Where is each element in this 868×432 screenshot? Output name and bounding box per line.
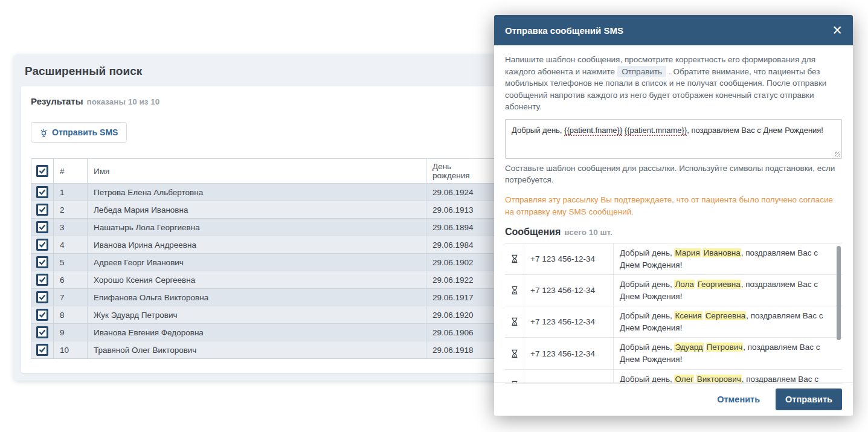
check-icon <box>39 276 46 283</box>
row-checkbox[interactable] <box>36 291 48 303</box>
row-checkbox[interactable] <box>36 256 48 268</box>
modal-body: Напишите шаблон сообщения, просмотрите к… <box>494 45 853 384</box>
messages-heading-label: Сообщения <box>505 227 561 237</box>
row-checkbox-cell <box>31 219 54 236</box>
row-birthday: 29.06.1918 <box>426 341 495 359</box>
message-row: +7 123 456-12-34 Добрый день, Мария Иван… <box>505 243 842 275</box>
check-icon <box>39 189 46 196</box>
messages-scrollbar[interactable] <box>837 246 841 340</box>
row-checkbox[interactable] <box>36 239 48 251</box>
close-icon[interactable]: × <box>832 22 842 39</box>
table-row: 9 Иванова Евгения Федоровна 29.06.1906 <box>31 324 495 341</box>
table-row: 6 Хорошо Ксения Сергеевна 29.06.1922 <box>31 271 495 289</box>
send-button[interactable]: Отправить <box>776 388 842 410</box>
message-mname-highlight: Георгиевна <box>697 280 741 289</box>
row-name: Хорошо Ксения Сергеевна <box>88 271 426 289</box>
sms-icon <box>40 128 48 137</box>
row-name: Адреев Георг Иванович <box>88 254 426 271</box>
cancel-button[interactable]: Отменить <box>717 395 760 404</box>
row-birthday: 29.06.1894 <box>426 219 495 236</box>
table-row: 5 Адреев Георг Иванович 29.06.1902 <box>31 254 495 271</box>
modal-footer: Отменить Отправить <box>494 382 853 416</box>
row-checkbox[interactable] <box>36 186 48 198</box>
page-title: Расширенный поиск <box>14 54 512 86</box>
row-birthday: 29.06.1924 <box>426 184 495 201</box>
message-phone: +7 123 456-12-34 <box>524 275 614 306</box>
row-checkbox[interactable] <box>36 221 48 233</box>
message-preview: Добрый день, Эдуард Петрович, поздравляе… <box>614 338 842 369</box>
message-preview: Добрый день, Ксения Сергеевна, поздравля… <box>614 306 842 337</box>
message-phone: +7 123 456-12-34 <box>524 338 614 369</box>
message-space <box>704 343 706 352</box>
row-name: Лебеда Мария Ивановна <box>88 201 426 219</box>
template-prefix: Добрый день, <box>512 126 564 135</box>
row-name: Травяной Олег Викторович <box>88 341 426 359</box>
table-row: 8 Жук Эдуард Петрович 29.06.1920 <box>31 306 495 324</box>
results-label: Результаты <box>31 96 83 106</box>
resize-grip-icon[interactable] <box>835 152 840 157</box>
message-template-textarea[interactable]: Добрый день, {{patient.fname}} {{patient… <box>505 119 842 159</box>
row-checkbox-cell <box>31 289 54 306</box>
row-checkbox[interactable] <box>36 344 48 356</box>
row-number: 1 <box>54 184 88 201</box>
results-card: Результатыпоказаны 10 из 10 Отправить SM… <box>21 86 505 373</box>
table-row: 1 Петрова Елена Альбертовна 29.06.1924 <box>31 184 495 201</box>
message-fname-highlight: Ксения <box>674 311 702 320</box>
template-token-fname: {{patient.fname}} <box>564 126 622 136</box>
modal-title: Отправка сообщений SMS <box>505 25 832 36</box>
message-phone: +7 123 456-12-34 <box>524 306 614 337</box>
row-checkbox-cell <box>31 254 54 271</box>
hourglass-icon <box>510 317 519 326</box>
message-preview: Добрый день, Лола Георгиевна, поздравляе… <box>614 275 842 306</box>
check-icon <box>39 329 46 336</box>
send-sms-button[interactable]: Отправить SMS <box>31 122 127 143</box>
check-icon <box>39 167 46 175</box>
select-all-checkbox[interactable] <box>36 165 48 177</box>
header-number: # <box>54 159 88 184</box>
helper-text: Составьте шаблон сообщения для рассылки.… <box>505 163 842 186</box>
message-prefix: Добрый день, <box>620 280 674 289</box>
check-icon <box>39 311 46 318</box>
row-checkbox-cell <box>31 236 54 254</box>
row-number: 7 <box>54 289 88 306</box>
row-checkbox-cell <box>31 341 54 359</box>
row-birthday: 29.06.1902 <box>426 254 495 271</box>
message-preview: Добрый день, Мария Ивановна, поздравляем… <box>614 243 842 274</box>
row-name: Жук Эдуард Петрович <box>88 306 426 324</box>
message-row: +7 123 456-12-34 Добрый день, Лола Георг… <box>505 275 842 306</box>
row-number: 4 <box>54 236 88 254</box>
check-icon <box>39 259 46 266</box>
hourglass-icon <box>510 349 519 358</box>
row-birthday: 29.06.1984 <box>426 236 495 254</box>
table-row: 2 Лебеда Мария Ивановна 29.06.1913 <box>31 201 495 219</box>
row-checkbox[interactable] <box>36 274 48 286</box>
row-name: Нашатырь Лола Георгиевна <box>88 219 426 236</box>
modal-header: Отправка сообщений SMS × <box>494 15 853 45</box>
advanced-search-panel: Расширенный поиск Результатыпоказаны 10 … <box>14 54 512 381</box>
message-status-cell <box>505 370 524 384</box>
row-checkbox[interactable] <box>36 326 48 338</box>
row-checkbox[interactable] <box>36 204 48 216</box>
message-status-cell <box>505 275 524 306</box>
message-mname-highlight: Сергеевна <box>705 311 747 320</box>
row-number: 8 <box>54 306 88 324</box>
sms-modal: Отправка сообщений SMS × Напишите шаблон… <box>494 15 853 416</box>
row-number: 2 <box>54 201 88 219</box>
table-row: 10 Травяной Олег Викторович 29.06.1918 <box>31 341 495 359</box>
message-mname-highlight: Петрович <box>706 343 744 352</box>
hourglass-icon <box>510 254 519 263</box>
send-sms-button-label: Отправить SMS <box>52 127 118 137</box>
message-fname-highlight: Мария <box>674 248 700 257</box>
row-checkbox[interactable] <box>36 309 48 321</box>
intro-text: Напишите шаблон сообщения, просмотрите к… <box>505 54 842 113</box>
row-checkbox-cell <box>31 306 54 324</box>
table-row: 3 Нашатырь Лола Георгиевна 29.06.1894 <box>31 219 495 236</box>
check-icon <box>39 346 46 353</box>
header-birthday: День рождения <box>426 159 495 184</box>
results-header: Результатыпоказаны 10 из 10 <box>31 96 495 106</box>
message-preview: Добрый день, Олег Викторович, поздравляе… <box>614 370 842 384</box>
message-row: +7 123 456-12-34 Добрый день, Эдуард Пет… <box>505 338 842 369</box>
message-row: +7 123 456-12-34 Добрый день, Ксения Сер… <box>505 306 842 338</box>
consent-warning-text: Отправляя эту рассылку Вы подтверждаете,… <box>505 194 842 218</box>
row-number: 6 <box>54 271 88 289</box>
